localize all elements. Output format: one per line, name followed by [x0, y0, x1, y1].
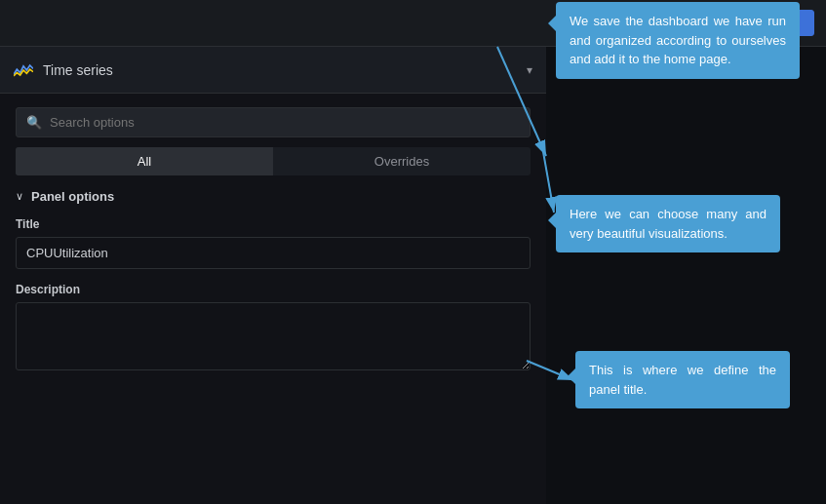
- description-field-label: Description: [16, 283, 531, 296]
- time-series-icon: [14, 62, 33, 78]
- search-area: 🔍: [0, 94, 546, 147]
- tooltip-save-dashboard: We save the dashboard we have run and or…: [556, 2, 800, 79]
- description-field-textarea[interactable]: [16, 302, 531, 370]
- section-header[interactable]: ∨ Panel options: [16, 189, 531, 204]
- viz-selector-left: Time series: [14, 62, 113, 78]
- tabs-container: All Overrides: [16, 147, 531, 175]
- title-field-label: Title: [16, 217, 531, 231]
- title-field-input[interactable]: [16, 237, 531, 269]
- tab-overrides[interactable]: Overrides: [273, 147, 531, 175]
- search-box: 🔍: [16, 107, 531, 137]
- section-title: Panel options: [31, 189, 114, 204]
- tooltip-panel-title: This is where we define the panel title.: [575, 351, 790, 408]
- tab-all[interactable]: All: [16, 147, 273, 175]
- search-input[interactable]: [50, 115, 520, 130]
- viz-chevron-icon: ▾: [527, 63, 532, 77]
- search-icon: 🔍: [26, 115, 42, 130]
- section-chevron-icon: ∨: [16, 190, 23, 203]
- tooltip-visualizations: Here we can choose many and very beautif…: [556, 195, 780, 252]
- viz-type-selector[interactable]: Time series ▾: [0, 47, 546, 94]
- left-panel: Time series ▾ 🔍 All Overrides ∨ Panel op…: [0, 47, 546, 504]
- panel-options-section: ∨ Panel options Title Description: [0, 189, 546, 374]
- right-panel-bg: [546, 47, 826, 504]
- viz-type-label: Time series: [43, 62, 113, 78]
